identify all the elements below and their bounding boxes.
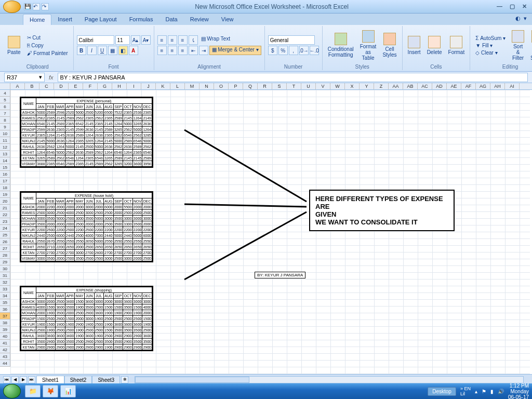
- row-header[interactable]: 29: [0, 259, 10, 265]
- minimize-ribbon-icon[interactable]: ▾: [524, 15, 527, 22]
- row-header[interactable]: 24: [0, 225, 10, 232]
- row-header[interactable]: 16: [0, 171, 10, 178]
- row-header[interactable]: 40: [0, 333, 10, 340]
- font-size-combo[interactable]: 11: [115, 35, 130, 45]
- row-header[interactable]: 4: [0, 90, 10, 97]
- align-left-button[interactable]: ≡: [157, 46, 167, 55]
- office-button[interactable]: [3, 1, 21, 13]
- row-header[interactable]: 31: [0, 272, 10, 279]
- col-header[interactable]: L: [170, 83, 185, 89]
- col-header[interactable]: AG: [476, 83, 490, 89]
- col-header[interactable]: M: [185, 83, 200, 89]
- tray-arrow-icon[interactable]: ▴: [475, 389, 477, 394]
- align-top-button[interactable]: ≡: [157, 35, 167, 45]
- row-header[interactable]: 9: [0, 124, 10, 130]
- row-header[interactable]: 41: [0, 340, 10, 347]
- tab-nav-next[interactable]: ▶: [20, 376, 27, 383]
- format-cells-button[interactable]: Format: [446, 35, 467, 56]
- align-right-button[interactable]: ≡: [178, 46, 188, 55]
- tab-page-layout[interactable]: Page Layout: [78, 14, 123, 25]
- col-header[interactable]: N: [200, 83, 214, 89]
- col-header[interactable]: AE: [447, 83, 461, 89]
- increase-decimal-button[interactable]: .0→: [299, 46, 309, 55]
- italic-button[interactable]: I: [87, 46, 97, 55]
- cell-styles-button[interactable]: Cell Styles: [380, 32, 398, 59]
- qat-undo-icon[interactable]: ↶: [33, 3, 40, 10]
- col-header[interactable]: AC: [418, 83, 432, 89]
- close-button[interactable]: ✕: [520, 3, 529, 10]
- tray-lang[interactable]: EN: [464, 386, 471, 391]
- col-header[interactable]: C: [39, 83, 54, 89]
- merge-center-button[interactable]: ▦ Merge & Center ▾: [209, 46, 261, 55]
- row-header[interactable]: 14: [0, 157, 10, 164]
- help-icon[interactable]: ◐: [515, 15, 521, 22]
- sort-filter-button[interactable]: Sort & Filter: [510, 29, 526, 62]
- tab-nav-prev[interactable]: ◀: [11, 376, 19, 383]
- tray-clock[interactable]: 1:12 PM Monday 06-05-17: [508, 383, 529, 400]
- tray-volume-icon[interactable]: 🔊: [498, 389, 504, 394]
- col-header[interactable]: W: [330, 83, 345, 89]
- comma-button[interactable]: ,: [289, 46, 298, 55]
- col-header[interactable]: AF: [461, 83, 476, 89]
- tab-home[interactable]: Home: [23, 14, 51, 25]
- shrink-font-button[interactable]: A▾: [141, 35, 151, 45]
- col-header[interactable]: R: [258, 83, 272, 89]
- horizontal-scrollbar[interactable]: [135, 376, 524, 383]
- number-format-combo[interactable]: General: [268, 35, 315, 45]
- fx-label[interactable]: fx: [49, 74, 54, 81]
- row-header[interactable]: 27: [0, 245, 10, 252]
- qat-redo-icon[interactable]: ↷: [42, 3, 49, 10]
- sheet-tab-sheet2[interactable]: Sheet2: [64, 376, 92, 384]
- row-header[interactable]: 33: [0, 286, 10, 292]
- col-header[interactable]: P: [229, 83, 243, 89]
- show-desktop-button[interactable]: Desktop: [428, 387, 456, 396]
- row-header[interactable]: 13: [0, 151, 10, 157]
- clear-button[interactable]: ◇ Clear ▾: [473, 49, 508, 56]
- grow-font-button[interactable]: A▴: [131, 35, 140, 45]
- border-button[interactable]: ▦: [108, 46, 117, 55]
- tray-network-icon[interactable]: ▮: [490, 389, 494, 394]
- col-header[interactable]: E: [69, 83, 83, 89]
- fill-button[interactable]: ▼ Fill ▾: [473, 42, 508, 49]
- taskbar-firefox-icon[interactable]: 🦊: [43, 385, 58, 397]
- row-header[interactable]: 10: [0, 130, 10, 137]
- tab-nav-first[interactable]: ⏮: [3, 376, 10, 383]
- row-header[interactable]: 22: [0, 211, 10, 218]
- row-header[interactable]: 20: [0, 198, 10, 205]
- percent-button[interactable]: %: [278, 46, 288, 55]
- tab-formulas[interactable]: Formulas: [123, 14, 159, 25]
- bold-button[interactable]: B: [77, 46, 86, 55]
- col-header[interactable]: A: [10, 83, 25, 89]
- row-header[interactable]: 39: [0, 326, 10, 333]
- wrap-text-button[interactable]: ▤ Wrap Text: [199, 35, 232, 45]
- col-header[interactable]: U: [301, 83, 316, 89]
- format-as-table-button[interactable]: Format as Table: [358, 29, 379, 62]
- font-name-combo[interactable]: Calibri: [77, 35, 114, 45]
- conditional-formatting-button[interactable]: Conditional Formatting: [326, 32, 356, 59]
- row-header[interactable]: 12: [0, 144, 10, 151]
- tab-data[interactable]: Data: [159, 14, 183, 25]
- currency-button[interactable]: $: [268, 46, 277, 55]
- row-header[interactable]: 37: [0, 313, 10, 320]
- col-header[interactable]: O: [214, 83, 229, 89]
- tab-view[interactable]: View: [215, 14, 240, 25]
- row-header[interactable]: 21: [0, 205, 10, 211]
- row-header[interactable]: 23: [0, 218, 10, 225]
- new-sheet-button[interactable]: ✻: [121, 376, 128, 383]
- row-header[interactable]: 19: [0, 191, 10, 198]
- col-header[interactable]: J: [141, 83, 156, 89]
- tray-flag-icon[interactable]: ⚑: [482, 389, 486, 394]
- format-painter-button[interactable]: 🖌 Format Painter: [25, 50, 70, 57]
- col-header[interactable]: X: [345, 83, 360, 89]
- name-box[interactable]: R37▾: [4, 73, 45, 82]
- col-header[interactable]: I: [127, 83, 141, 89]
- row-header[interactable]: 7: [0, 110, 10, 117]
- underline-button[interactable]: U: [98, 46, 107, 55]
- col-header[interactable]: Z: [374, 83, 389, 89]
- cut-button[interactable]: ✂ Cut: [25, 34, 70, 41]
- col-header[interactable]: AB: [403, 83, 418, 89]
- row-header[interactable]: 38: [0, 320, 10, 326]
- col-header[interactable]: K: [156, 83, 170, 89]
- insert-cells-button[interactable]: Insert: [406, 35, 423, 56]
- row-header[interactable]: 26: [0, 238, 10, 245]
